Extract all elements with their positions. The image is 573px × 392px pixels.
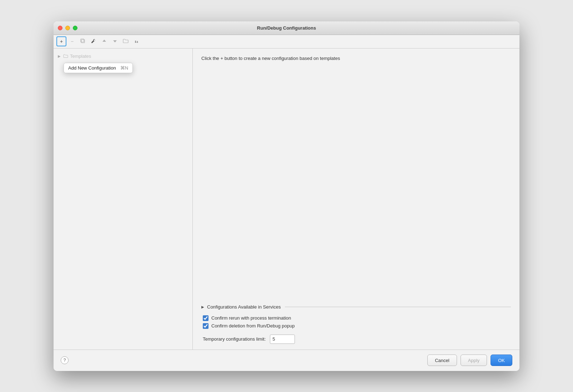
traffic-lights (58, 26, 77, 30)
ok-button[interactable]: OK (491, 355, 512, 366)
bottom-left: ? (61, 356, 69, 364)
services-arrow-icon: ▶ (201, 305, 204, 309)
apply-button[interactable]: Apply (461, 355, 487, 366)
confirm-rerun-label: Confirm rerun with process termination (211, 315, 291, 321)
tree-arrow-icon: ▶ (56, 54, 62, 59)
folder-icon (123, 38, 129, 45)
services-label: Configurations Available in Services (207, 304, 281, 310)
down-arrow-icon (112, 39, 117, 45)
up-arrow-icon (102, 39, 107, 45)
cancel-button[interactable]: Cancel (427, 355, 457, 366)
help-icon: ? (64, 358, 66, 363)
tooltip-label: Add New Configuration (68, 65, 116, 71)
title-bar: Run/Debug Configurations (54, 21, 519, 35)
hint-text: Click the + button to create a new confi… (201, 56, 511, 61)
temp-config-row: Temporary configurations limit: (201, 335, 511, 344)
maximize-button[interactable] (73, 26, 77, 30)
add-configuration-tooltip: Add New Configuration ⌘N (64, 63, 133, 73)
close-button[interactable] (58, 26, 62, 30)
toolbar: + − (54, 35, 519, 49)
sort-icon: ↕ a z (134, 38, 139, 45)
minimize-button[interactable] (65, 26, 70, 30)
copy-icon (80, 38, 86, 45)
help-button[interactable]: ? (61, 356, 69, 364)
temp-config-input[interactable] (270, 335, 295, 344)
confirm-deletion-checkbox[interactable] (203, 323, 208, 329)
main-window: Run/Debug Configurations + − (54, 21, 519, 371)
folder-tree-icon (63, 54, 69, 59)
right-panel: Click the + button to create a new confi… (193, 49, 519, 350)
services-header: ▶ Configurations Available in Services (201, 304, 511, 310)
tooltip-shortcut: ⌘N (120, 65, 128, 71)
svg-rect-0 (81, 40, 85, 43)
main-content: Add New Configuration ⌘N ▶ Templates Cli… (54, 49, 519, 350)
sort-button[interactable]: ↕ a z (131, 36, 141, 46)
templates-tree-item[interactable]: ▶ Templates (54, 52, 192, 61)
wrench-icon (91, 38, 96, 45)
confirm-deletion-label: Confirm deletion from Run/Debug popup (211, 323, 295, 329)
folder-button[interactable] (121, 36, 131, 46)
checkbox-row-1: Confirm rerun with process termination (201, 315, 511, 321)
minus-icon: − (71, 39, 74, 44)
checkbox-row-2: Confirm deletion from Run/Debug popup (201, 323, 511, 329)
services-divider (285, 307, 511, 307)
confirm-rerun-checkbox[interactable] (203, 315, 208, 321)
move-down-button[interactable] (110, 36, 120, 46)
bottom-right: Cancel Apply OK (427, 355, 512, 366)
templates-label: Templates (70, 54, 91, 59)
temp-config-label: Temporary configurations limit: (203, 336, 266, 342)
remove-configuration-button[interactable]: − (67, 36, 77, 46)
services-section: ▶ Configurations Available in Services (201, 304, 511, 310)
wrench-button[interactable] (89, 36, 99, 46)
bottom-bar: ? Cancel Apply OK (54, 350, 519, 371)
plus-icon: + (60, 39, 63, 44)
svg-rect-1 (81, 39, 84, 42)
svg-text:a z: a z (136, 40, 139, 44)
move-up-button[interactable] (99, 36, 109, 46)
sidebar: Add New Configuration ⌘N ▶ Templates (54, 49, 193, 350)
add-configuration-button[interactable]: + (56, 36, 66, 46)
window-title: Run/Debug Configurations (257, 25, 316, 31)
copy-configuration-button[interactable] (78, 36, 88, 46)
